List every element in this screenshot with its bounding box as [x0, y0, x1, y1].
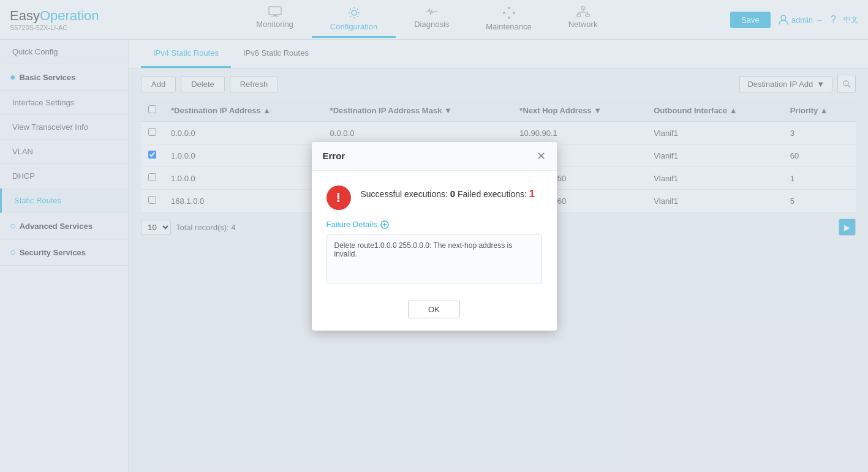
failed-label: Failed executions:	[458, 189, 529, 199]
failed-count: 1	[529, 188, 535, 200]
ok-button[interactable]: OK	[408, 301, 460, 318]
successful-label: Successful executions:	[361, 189, 450, 199]
error-icon: !	[326, 185, 351, 210]
failure-details-section: Failure Details Delete route1.0.0.0 255.…	[326, 220, 542, 283]
dialog-header: Error ✕	[312, 142, 557, 171]
failure-details-label: Failure Details	[326, 220, 377, 229]
failure-message-box: Delete route1.0.0.0 255.0.0.0: The next-…	[326, 234, 542, 283]
failure-details-toggle[interactable]: Failure Details	[326, 220, 542, 230]
error-text: Successful executions: 0 Failed executio…	[361, 185, 535, 202]
dialog-close-button[interactable]: ✕	[537, 149, 546, 163]
dialog-title: Error	[323, 151, 345, 161]
dialog-footer: OK	[312, 293, 557, 331]
error-dialog: Error ✕ ! Successful executions: 0 Faile…	[312, 142, 557, 331]
successful-count: 0	[450, 189, 455, 199]
error-summary-row: ! Successful executions: 0 Failed execut…	[326, 185, 542, 210]
dialog-body: ! Successful executions: 0 Failed execut…	[312, 171, 557, 293]
failure-message: Delete route1.0.0.0 255.0.0.0: The next-…	[334, 241, 513, 258]
